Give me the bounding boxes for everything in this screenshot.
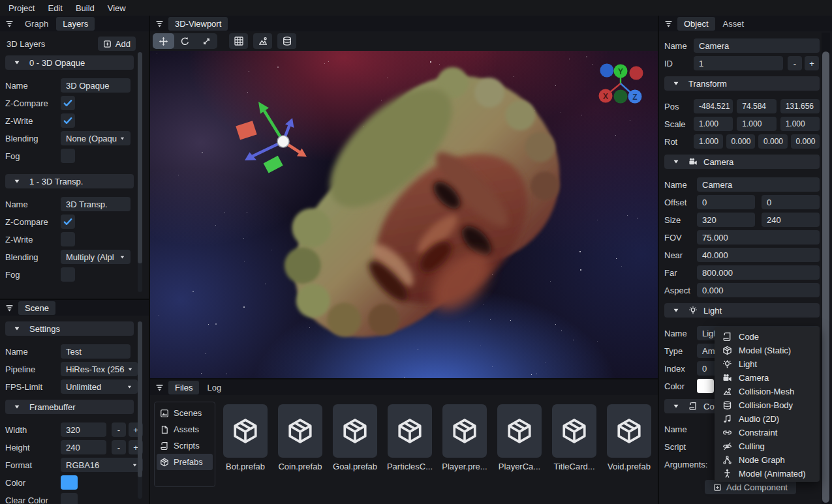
width-input[interactable]: 320 [61, 422, 106, 437]
near-input[interactable]: 40.000 [697, 248, 820, 262]
prefab-item[interactable]: Void.prefab [602, 404, 656, 471]
prefab-item[interactable]: Coin.prefab [273, 404, 328, 471]
z-write-checkbox[interactable] [61, 113, 75, 128]
scale-tool-button[interactable] [196, 33, 217, 49]
scale-x-input[interactable]: 1.000 [694, 117, 733, 131]
tab-scene[interactable]: Scene [18, 301, 55, 315]
grid-toggle-button[interactable] [229, 33, 248, 49]
pipeline-dropdown[interactable]: HiRes-Tex (256 [61, 362, 138, 376]
tab-layers[interactable]: Layers [56, 17, 95, 31]
light-color-swatch[interactable] [697, 379, 714, 393]
menu-item-code[interactable]: Code [715, 330, 820, 344]
rot-y-input[interactable]: 0.000 [758, 134, 788, 149]
blending-dropdown[interactable]: Multiply (Alpl [61, 250, 131, 264]
tab-object[interactable]: Object [677, 17, 715, 31]
offset-x-input[interactable]: 0 [697, 195, 755, 209]
object-name-input[interactable]: Camera [694, 38, 820, 53]
aspect-input[interactable]: 0.000 [697, 283, 820, 297]
prefab-item[interactable]: ParticlesC... [382, 404, 437, 471]
menu-item-light[interactable]: Light [715, 357, 820, 371]
id-increment-button[interactable]: + [805, 56, 819, 70]
section-header-camera[interactable]: Camera [664, 155, 820, 169]
tab-asset[interactable]: Asset [716, 17, 751, 31]
tab-3d-viewport[interactable]: 3D-Viewport [168, 17, 228, 31]
camera-name-input[interactable]: Camera [697, 177, 820, 192]
id-decrement-button[interactable]: - [788, 56, 802, 70]
panel-filter-icon[interactable] [5, 20, 14, 28]
scale-y-input[interactable]: 1.000 [737, 117, 776, 131]
move-tool-button[interactable] [153, 33, 174, 49]
menu-edit[interactable]: Edit [41, 1, 69, 15]
panel-filter-icon[interactable] [155, 383, 164, 392]
format-dropdown[interactable]: RGBA16 [61, 458, 143, 472]
width-decrement-button[interactable]: - [112, 422, 126, 437]
section-header-3d-opaque[interactable]: 0 - 3D Opaque [5, 55, 134, 70]
panel-filter-icon[interactable] [5, 304, 14, 312]
fps-limit-dropdown[interactable]: Unlimited [61, 379, 138, 394]
axis-neg-z-ball[interactable] [600, 64, 614, 78]
folder-assets[interactable]: Assets [157, 421, 213, 437]
panel-filter-icon[interactable] [664, 20, 673, 28]
tab-log[interactable]: Log [200, 381, 228, 394]
scale-z-input[interactable]: 1.000 [780, 117, 820, 131]
rot-w-input[interactable]: 1.000 [694, 134, 723, 149]
layer-name-input[interactable]: 3D Opaque [61, 78, 131, 93]
offset-y-input[interactable]: 0 [762, 195, 820, 209]
clear-color-swatch[interactable] [61, 493, 78, 504]
menu-item-model-static[interactable]: Model (Static) [715, 344, 820, 357]
z-compare-checkbox[interactable] [61, 96, 75, 110]
size-y-input[interactable]: 240 [762, 213, 820, 227]
far-input[interactable]: 800.000 [697, 265, 820, 280]
folder-scenes[interactable]: Scenes [157, 405, 213, 421]
size-x-input[interactable]: 320 [697, 213, 755, 227]
menu-item-constraint[interactable]: Constraint [715, 426, 820, 439]
pos-y-input[interactable]: 74.584 [737, 99, 776, 113]
section-header-settings[interactable]: Settings [5, 321, 134, 336]
terrain-view-button[interactable] [253, 33, 272, 49]
section-header-3d-transp[interactable]: 1 - 3D Transp. [5, 174, 134, 188]
z-write-checkbox[interactable] [61, 232, 75, 246]
tab-files[interactable]: Files [168, 381, 199, 394]
menu-item-collision-body[interactable]: Collision-Body [715, 398, 820, 412]
section-header-transform[interactable]: Transform [664, 76, 820, 91]
prefab-item[interactable]: Player.pre... [437, 404, 492, 471]
object-id-input[interactable]: 1 [694, 56, 783, 70]
blending-dropdown[interactable]: None (Opaqu [61, 131, 131, 145]
pos-z-input[interactable]: 131.656 [780, 99, 820, 113]
scene-scrollbar[interactable] [138, 321, 142, 499]
menu-project[interactable]: Project [2, 1, 41, 15]
menu-item-collision-mesh[interactable]: Collision-Mesh [715, 385, 820, 398]
prefab-item[interactable]: Goal.prefab [328, 404, 382, 471]
menu-view[interactable]: View [101, 1, 132, 15]
panel-filter-icon[interactable] [155, 20, 164, 28]
viewport-canvas[interactable]: Y X Z [150, 51, 658, 378]
z-compare-checkbox[interactable] [61, 215, 75, 229]
tab-graph[interactable]: Graph [18, 17, 55, 31]
prefab-item[interactable]: Bot.prefab [218, 404, 273, 471]
axis-neg-x-ball[interactable] [630, 67, 643, 80]
geometry-view-button[interactable] [277, 33, 296, 49]
section-header-framebuffer[interactable]: Framebuffer [5, 400, 134, 414]
menu-item-model-animated[interactable]: Model (Animated) [715, 467, 820, 481]
menu-item-camera[interactable]: Camera [715, 371, 820, 385]
folder-scripts[interactable]: Scripts [157, 437, 213, 454]
prefab-item[interactable]: PlayerCa... [492, 404, 547, 471]
move-gizmo[interactable] [236, 102, 307, 173]
height-input[interactable]: 240 [61, 440, 106, 454]
folder-prefabs[interactable]: Prefabs [157, 454, 213, 470]
prefab-item[interactable]: TitleCard... [547, 404, 602, 471]
object-scrollbar[interactable] [822, 33, 830, 504]
layer-name-input[interactable]: 3D Transp. [61, 197, 131, 211]
layers-scrollbar[interactable] [138, 52, 142, 292]
fog-checkbox[interactable] [61, 267, 75, 282]
rotate-tool-button[interactable] [174, 33, 196, 49]
scene-name-input[interactable]: Test [61, 344, 131, 359]
fog-checkbox[interactable] [61, 149, 75, 163]
axis-gizmo[interactable]: Y X Z [599, 64, 643, 104]
add-component-button[interactable]: Add Component [705, 480, 796, 494]
section-header-light[interactable]: Light [664, 303, 820, 318]
height-decrement-button[interactable]: - [112, 440, 126, 454]
menu-item-culling[interactable]: Culling [715, 439, 820, 453]
rot-z-input[interactable]: 0.000 [791, 134, 820, 149]
framebuffer-color-swatch[interactable] [61, 475, 78, 490]
